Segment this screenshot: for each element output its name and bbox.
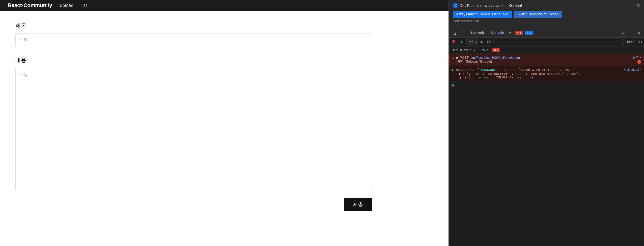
- eye-button[interactable]: 👁: [480, 40, 484, 44]
- devtools-notification: i DevTools is now available in Korean! ✕…: [449, 0, 644, 28]
- message-key: message: [481, 68, 495, 72]
- error-icon-small: ✕: [516, 31, 519, 35]
- notification-buttons: Always match Chrome's language Switch De…: [453, 11, 640, 18]
- comma3: , confi: [566, 72, 580, 76]
- message-val: 'Request failed with status code 50: [501, 68, 569, 72]
- navbar: React-Community upload list: [0, 0, 448, 11]
- tab-elements[interactable]: Elements: [468, 29, 488, 36]
- axios-error-content: AxiosError { message : 'Request failed w…: [456, 68, 622, 79]
- title-input[interactable]: [15, 33, 372, 47]
- upload-source-link[interactable]: Upload.js:34: [624, 68, 641, 72]
- code-key: code: [516, 72, 524, 76]
- name-key: name: [472, 72, 480, 76]
- error-source-link[interactable]: xhr.js:247: [628, 56, 641, 59]
- issue-badge-icon: ✕: [494, 48, 496, 52]
- error-status: 504 (Gateway Timeout): [458, 60, 492, 63]
- console-output[interactable]: ● ▶ POST http://localhost:3000/api/post/…: [449, 54, 644, 246]
- console-prompt-row: ▶: [449, 82, 644, 89]
- error-content: ▶ POST http://localhost:3000/api/post/su…: [456, 56, 626, 64]
- filter-input[interactable]: [485, 39, 623, 45]
- comma5: , …}: [525, 76, 533, 79]
- error-source-col: xhr.js:247 🔴: [628, 56, 641, 64]
- devtools-main-toolbar: ⬚ 📱 Elements Console » ✕ 1 ⚠ 1 ⚙ ⋮ ✕: [449, 28, 644, 38]
- devtools-close-button[interactable]: ✕: [636, 30, 642, 36]
- issue-label: 1 Issue:: [478, 48, 489, 52]
- console-clear-button[interactable]: 🚫: [451, 39, 457, 45]
- colon3: :: [525, 72, 529, 76]
- devtools-more-button[interactable]: ⋮: [628, 30, 634, 36]
- request-key: request: [476, 76, 490, 79]
- g-suffix: g:: [459, 76, 465, 79]
- tab-console[interactable]: Console: [488, 29, 506, 36]
- context-selector[interactable]: top: [466, 39, 478, 45]
- config-val: {…}: [465, 76, 471, 79]
- error-circle-icon: ●: [452, 56, 454, 60]
- switch-korean-button[interactable]: Switch DevTools to Korean: [514, 11, 562, 18]
- error-method: ▶ POST: [456, 56, 470, 59]
- console-toolbar: 🚫 ⏸ top 👁 1 hidden ⚙: [449, 38, 644, 46]
- axios-error-entry: ▶ AxiosError { message : 'Request failed…: [449, 66, 644, 82]
- colon4: :: [492, 76, 496, 79]
- dont-show-label[interactable]: Don't show again: [453, 18, 640, 25]
- default-levels-label[interactable]: Default levels: [452, 48, 471, 52]
- devtools-panel: i DevTools is now available in Korean! ✕…: [448, 0, 644, 246]
- main-content: 제목 내용 제출: [0, 11, 448, 246]
- error-icon-right: 🔴: [637, 60, 641, 64]
- config-row: g: {…} , request : XMLHttpRequest , …}: [456, 76, 533, 79]
- error-badge: ✕ 1: [515, 31, 523, 35]
- content-label: 내용: [15, 57, 433, 64]
- comma2: ,: [512, 72, 516, 76]
- prompt-arrow-icon: ▶: [452, 83, 454, 87]
- notification-text: DevTools is now available in Korean!: [460, 3, 522, 8]
- axios-class: AxiosError {: [456, 68, 479, 72]
- submit-row: 제출: [15, 198, 372, 211]
- warning-badge: ⚠ 1: [525, 31, 533, 35]
- match-language-button[interactable]: Always match Chrome's language: [453, 11, 512, 18]
- navbar-brand: React-Community: [8, 2, 52, 8]
- more-tabs-button[interactable]: »: [508, 30, 513, 36]
- device-toolbar-button[interactable]: 📱: [459, 30, 466, 36]
- content-textarea[interactable]: [15, 68, 372, 190]
- error-count: 1: [520, 31, 521, 35]
- name-val: 'AxiosError': [486, 72, 510, 76]
- val-4: 4: [463, 72, 464, 76]
- console-settings-button[interactable]: ⚙: [639, 40, 642, 44]
- console-error-entry: ● ▶ POST http://localhost:3000/api/post/…: [449, 54, 644, 66]
- colon2: :: [482, 72, 486, 76]
- notification-top-row: i DevTools is now available in Korean! ✕: [453, 3, 640, 8]
- levels-arrow-icon: ▾: [474, 49, 475, 52]
- comma4: ,: [472, 76, 476, 79]
- issue-badge-count: 1: [497, 48, 498, 52]
- navbar-upload-link[interactable]: upload: [60, 3, 74, 8]
- request-val: XMLHttpRequest: [496, 76, 524, 79]
- devtools-settings-button[interactable]: ⚙: [620, 30, 626, 36]
- close-notification-button[interactable]: ✕: [636, 3, 640, 8]
- warning-count: 1: [530, 31, 532, 35]
- comma1: ',: [467, 72, 473, 76]
- warning-icon-small: ⚠: [526, 31, 529, 35]
- navbar-list-link[interactable]: list: [81, 3, 87, 8]
- issue-badge: ✕ 1: [492, 48, 500, 52]
- expand-icon[interactable]: ▶: [452, 68, 454, 72]
- code-val: 'ERR_BAD_RESPONSE': [529, 72, 564, 76]
- console-levels-bar: Default levels ▾ 1 Issue: ✕ 1: [449, 46, 644, 54]
- hidden-count-label: 1 hidden: [624, 40, 638, 44]
- info-icon: i: [453, 3, 458, 8]
- expand-inner[interactable]: ▶: [459, 72, 463, 76]
- message-val-cont: ▶ 4 ', name : 'AxiosError' , code : 'ERR…: [456, 72, 580, 76]
- colon1: :: [497, 68, 501, 72]
- inspect-element-button[interactable]: ⬚: [451, 30, 458, 36]
- submit-button[interactable]: 제출: [344, 198, 372, 211]
- console-pause-button[interactable]: ⏸: [459, 39, 464, 45]
- title-label: 제목: [15, 22, 433, 29]
